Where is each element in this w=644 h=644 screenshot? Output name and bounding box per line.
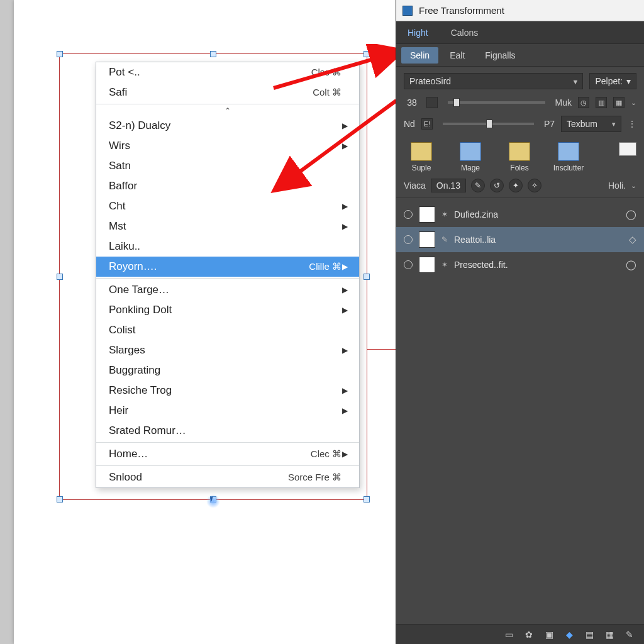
swatch-icon[interactable] <box>426 97 438 108</box>
layer-row[interactable]: ✶Presected..fit.◯ <box>396 252 644 277</box>
subtab-fignalls[interactable]: Fignalls <box>476 47 524 64</box>
category-suple[interactable]: Suple <box>404 142 439 172</box>
annotation-connector <box>367 349 396 350</box>
folder-icon[interactable] <box>619 142 636 156</box>
tool-btn-3[interactable]: ✦ <box>509 179 523 192</box>
category-mage[interactable]: Mage <box>453 142 488 172</box>
layer-thumbnail[interactable] <box>419 257 435 273</box>
chevron-down-icon: ▾ <box>626 76 631 86</box>
tool-btn-4[interactable]: ✧ <box>528 179 541 192</box>
status-icon-3[interactable]: ▣ <box>543 629 555 640</box>
status-icon-6[interactable]: ▦ <box>604 629 615 640</box>
chevron-down-icon: ▼ <box>572 78 579 86</box>
category-foles[interactable]: Foles <box>502 142 537 172</box>
layer-name: Dufied.zina <box>454 209 619 219</box>
status-icon-1[interactable]: ▭ <box>503 629 514 640</box>
submenu-arrow-icon: ▶ <box>341 386 348 395</box>
category-label: Suple <box>412 164 431 172</box>
menu-item-label: Srated Romur… <box>109 425 341 437</box>
layer-mark-icon: ✎ <box>441 235 448 244</box>
menu-item[interactable]: Slarges▶ <box>96 340 359 360</box>
menu-item-label: Safi <box>109 86 313 99</box>
menu-item[interactable]: Buggrating <box>96 360 359 380</box>
menu-item[interactable]: Royorn….Clille ⌘▶ <box>96 257 359 277</box>
tab-calons[interactable]: Calons <box>440 21 490 43</box>
menu-item[interactable]: Ponkling Dolt▶ <box>96 300 359 320</box>
category-insclutter[interactable]: Insclutter <box>551 142 586 172</box>
menu-item-label: Buggrating <box>109 364 341 377</box>
menu-item[interactable]: Cht▶ <box>96 196 359 216</box>
menu-item[interactable]: Pot <..Clsc ⌘ <box>96 62 359 82</box>
pelpet-field[interactable]: Pelpet: ▾ <box>589 73 636 89</box>
panel-titlebar[interactable]: Free Transformment <box>396 0 644 21</box>
status-icon-7[interactable]: ✎ <box>624 629 635 640</box>
menu-item[interactable]: Heir▶ <box>96 401 359 421</box>
menu-item-shortcut: Clsc ⌘ <box>311 67 341 78</box>
texbum-value: Texbum <box>567 119 597 129</box>
panel-icon[interactable]: ▦ <box>613 97 625 108</box>
menu-item[interactable]: One Targe…▶ <box>96 280 359 300</box>
holi-label: Holi. <box>608 180 626 191</box>
menu-item[interactable]: Wirs▶ <box>96 136 359 156</box>
view-value[interactable]: On.13 <box>431 179 466 192</box>
clock-icon[interactable]: ◷ <box>578 97 589 108</box>
menu-item[interactable]: Colist <box>96 320 359 340</box>
menu-item[interactable]: SnloodSorce Fre ⌘ <box>96 467 359 487</box>
tab-hight[interactable]: Hight <box>396 21 440 43</box>
chevron-down-icon[interactable]: ⌄ <box>631 182 636 190</box>
visibility-toggle[interactable] <box>404 260 413 269</box>
layer-row[interactable]: ✶Dufied.zina◯ <box>396 202 644 227</box>
menu-item-label: Colist <box>109 324 341 336</box>
panel-subtabs: SelinEaltFignalls <box>396 44 644 67</box>
menu-item-label: Baffor <box>109 180 341 192</box>
preset-combo[interactable]: PrateoSird ▼ <box>404 73 583 89</box>
grid-icon[interactable]: ▥ <box>596 97 607 108</box>
layer-row[interactable]: ✎Reattoi..lia◇ <box>396 227 644 252</box>
tool-btn-2[interactable]: ↺ <box>490 179 504 192</box>
subtab-selin[interactable]: Selin <box>401 47 438 64</box>
visibility-toggle[interactable] <box>404 210 413 219</box>
chevron-down-icon[interactable]: ⌄ <box>631 99 636 107</box>
layer-name: Presected..fit. <box>454 260 619 270</box>
view-toolbar: Viaca On.13 ✎ ↺ ✦ ✧ Holi. ⌄ <box>396 174 644 198</box>
preset-value: PrateoSird <box>409 76 451 86</box>
properties-panel: Free Transformment HightCalons SelinEalt… <box>396 0 644 644</box>
menu-item[interactable]: S2-n) Dualcy▶ <box>96 116 359 136</box>
more-icon[interactable]: ⋮ <box>628 119 636 129</box>
menu-item[interactable]: Satn <box>96 156 359 176</box>
menu-item-label: Mst <box>109 220 341 233</box>
menu-item[interactable]: Srated Romur… <box>96 421 359 441</box>
size-number[interactable]: 38 <box>404 97 420 108</box>
viaca-label: Viaca <box>404 180 426 191</box>
row-size: 38 Muk ◷ ▥ ▦ ⌄ <box>396 96 644 114</box>
mode-slider[interactable] <box>443 123 534 125</box>
muk-label: Muk <box>555 97 572 108</box>
layer-thumbnail[interactable] <box>419 206 435 223</box>
menu-separator <box>96 278 359 279</box>
layer-end-icon[interactable]: ◇ <box>629 234 636 245</box>
layer-end-icon[interactable]: ◯ <box>626 259 636 270</box>
layer-mark-icon: ✶ <box>441 210 448 219</box>
layer-thumbnail[interactable] <box>419 231 435 248</box>
menu-item[interactable]: Baffor <box>96 176 359 196</box>
context-menu[interactable]: Pot <..Clsc ⌘SafiColt ⌘⌃S2-n) Dualcy▶Wir… <box>96 62 360 488</box>
menu-item[interactable]: Home…Clec ⌘▶ <box>96 444 359 464</box>
subtab-ealt[interactable]: Ealt <box>441 47 474 64</box>
status-icon-5[interactable]: ▤ <box>584 629 595 640</box>
scroll-up-icon: ⌃ <box>96 106 359 116</box>
menu-item-shortcut: Colt ⌘ <box>313 87 341 98</box>
texbum-combo[interactable]: Texbum ▾ <box>561 116 621 132</box>
menu-item[interactable]: Resiche Trog▶ <box>96 380 359 401</box>
gear-icon[interactable]: ✿ <box>523 629 535 640</box>
ei-icon[interactable]: E! <box>421 118 433 130</box>
suple-icon <box>411 142 432 161</box>
menu-item-label: S2-n) Dualcy <box>109 119 341 132</box>
size-slider[interactable] <box>448 101 545 104</box>
status-icon-4[interactable]: ◆ <box>564 629 575 640</box>
tool-btn-1[interactable]: ✎ <box>471 179 485 192</box>
menu-item[interactable]: SafiColt ⌘ <box>96 82 359 103</box>
menu-item[interactable]: Mst▶ <box>96 216 359 236</box>
visibility-toggle[interactable] <box>404 235 413 244</box>
menu-item[interactable]: Laiku.. <box>96 236 359 257</box>
layer-end-icon[interactable]: ◯ <box>626 209 636 220</box>
